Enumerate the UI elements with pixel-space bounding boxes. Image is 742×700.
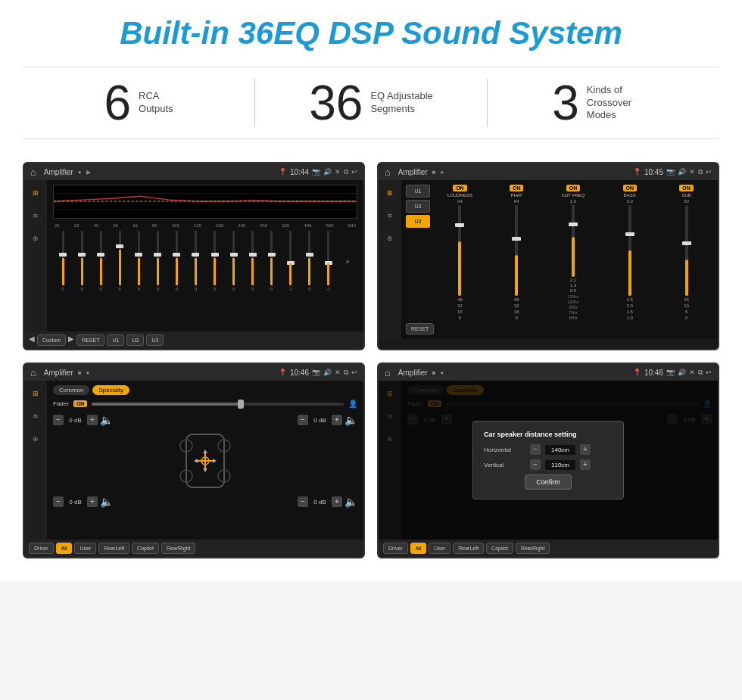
page-title: Built-in 36EQ DSP Sound System xyxy=(23,15,719,51)
dist-user-btn[interactable]: User xyxy=(429,543,450,554)
dist-rearleft-btn[interactable]: RearLeft xyxy=(453,543,484,554)
dialog-title: Car speaker distance setting xyxy=(484,431,613,438)
eq-slider-3[interactable]: 5 xyxy=(111,231,128,291)
eq-next-btn[interactable]: ▶ xyxy=(68,334,74,346)
crossover-reset-btn[interactable]: RESET xyxy=(406,323,434,334)
fader-all-btn[interactable]: All xyxy=(56,543,73,554)
tab-specialty[interactable]: Specialty xyxy=(92,385,129,395)
eq-slider-7[interactable]: 0 xyxy=(187,231,204,291)
plus-btn-tl[interactable]: + xyxy=(87,415,98,425)
eq-u1-btn[interactable]: U1 xyxy=(107,334,124,346)
fader-on-btn[interactable]: ON xyxy=(73,400,88,407)
home-icon[interactable]: ⌂ xyxy=(30,166,36,178)
sidebar-wave-icon-3[interactable]: ≋ xyxy=(29,409,42,423)
dist-copilot-btn[interactable]: Copilot xyxy=(486,543,513,554)
fader-copilot-btn[interactable]: Copilot xyxy=(132,543,159,554)
db-bl: 0 dB xyxy=(66,499,85,506)
close-icon-2[interactable]: ✕ xyxy=(689,168,695,176)
tab-common[interactable]: Common xyxy=(53,385,89,395)
close-icon-4[interactable]: ✕ xyxy=(689,369,695,376)
sidebar-wave-icon-2[interactable]: ≋ xyxy=(383,209,397,222)
dist-all-btn[interactable]: All xyxy=(410,543,427,554)
fader-profile-icon[interactable]: 👤 xyxy=(348,400,357,408)
bass-on[interactable]: ON xyxy=(623,185,638,191)
dialog-horizontal-minus[interactable]: − xyxy=(530,444,541,455)
home-icon-3[interactable]: ⌂ xyxy=(30,367,36,378)
eq-slider-1[interactable]: 0 xyxy=(73,231,90,291)
fader-user-btn[interactable]: User xyxy=(74,543,96,554)
phat-on[interactable]: ON xyxy=(510,185,524,191)
plus-btn-bl[interactable]: + xyxy=(87,496,98,507)
camera-icon-4: 📷 xyxy=(666,369,675,376)
sidebar-eq-icon-2[interactable]: ⊞ xyxy=(383,186,397,200)
amp-controls: U1 U2 U3 ON LOUDNESS 64 xyxy=(406,185,713,320)
window-icon-3[interactable]: ⧉ xyxy=(344,369,348,377)
eq-slider-0[interactable]: 0 xyxy=(55,231,71,291)
eq-slider-2[interactable]: 0 xyxy=(92,231,109,291)
eq-slider-10[interactable]: 0 xyxy=(245,231,261,291)
home-icon-2[interactable]: ⌂ xyxy=(385,166,391,178)
eq-u3-btn[interactable]: U3 xyxy=(146,334,164,346)
eq-slider-4[interactable]: 0 xyxy=(130,231,147,291)
dist-rearright-btn[interactable]: RearRight xyxy=(516,543,550,554)
distance-screen-bar: ⌂ Amplifier ■ ● 📍 10:46 📷 🔊 ✕ ⧉ ↩ xyxy=(379,364,718,381)
minus-btn-br[interactable]: − xyxy=(298,496,308,507)
dialog-vertical-minus[interactable]: − xyxy=(530,459,541,470)
minus-btn-tr[interactable]: − xyxy=(298,415,308,425)
preset-u1[interactable]: U1 xyxy=(406,185,430,198)
eq-reset-btn[interactable]: RESET xyxy=(76,334,104,346)
sidebar-speaker-icon-3[interactable]: ⊕ xyxy=(29,432,42,446)
window-icon[interactable]: ⧉ xyxy=(344,168,348,176)
back-icon[interactable]: ↩ xyxy=(351,168,357,176)
eq-slider-9[interactable]: 0 xyxy=(226,231,242,291)
eq-band-labels: 253240506380 100125160200250 32040050063… xyxy=(53,223,357,228)
sidebar-wave-icon[interactable]: ≋ xyxy=(29,209,42,222)
crossover-screen-bar: ⌂ Amplifier ■ ● 📍 10:45 📷 🔊 ✕ ⧉ ↩ xyxy=(379,163,718,180)
fader-rearright-btn[interactable]: RearRight xyxy=(161,543,196,554)
loudness-on[interactable]: ON xyxy=(453,185,467,191)
fader-slider[interactable] xyxy=(92,403,344,406)
back-icon-4[interactable]: ↩ xyxy=(706,369,712,376)
eq-slider-11[interactable]: 0 xyxy=(263,231,280,291)
eq-more-icon[interactable]: » xyxy=(339,231,356,291)
window-icon-2[interactable]: ⧉ xyxy=(698,168,703,176)
minus-btn-tl[interactable]: − xyxy=(53,415,64,425)
eq-prev-btn[interactable]: ◀ xyxy=(29,334,35,346)
sidebar-eq-icon[interactable]: ⊞ xyxy=(29,186,42,200)
sidebar-speaker-icon[interactable]: ⊕ xyxy=(29,232,42,245)
back-icon-3[interactable]: ↩ xyxy=(351,369,357,376)
stat-rca-label: RCAOutputs xyxy=(139,90,173,116)
preset-u3[interactable]: U3 xyxy=(406,215,430,228)
back-icon-2[interactable]: ↩ xyxy=(706,168,712,176)
cutfreq-on[interactable]: ON xyxy=(566,185,581,191)
crossover-time: 10:45 xyxy=(644,168,663,176)
preset-u2[interactable]: U2 xyxy=(406,200,430,213)
sidebar-eq-icon-3[interactable]: ⊞ xyxy=(29,387,42,400)
sidebar-speaker-icon-2[interactable]: ⊕ xyxy=(383,232,397,245)
eq-slider-8[interactable]: 0 xyxy=(207,231,223,291)
plus-btn-tr[interactable]: + xyxy=(332,415,342,425)
home-icon-4[interactable]: ⌂ xyxy=(385,367,391,378)
fader-driver-btn[interactable]: Driver xyxy=(29,543,54,554)
eq-slider-5[interactable]: 0 xyxy=(149,231,166,291)
eq-slider-13[interactable]: 0 xyxy=(301,231,318,291)
dialog-confirm-button[interactable]: Confirm xyxy=(525,474,572,490)
dialog-horizontal-plus[interactable]: + xyxy=(580,444,591,455)
eq-custom-btn[interactable]: Custom xyxy=(37,334,66,346)
stat-eq-number: 36 xyxy=(309,79,363,127)
eq-slider-12[interactable]: -1 xyxy=(282,231,299,291)
eq-slider-14[interactable]: -1 xyxy=(320,231,337,291)
sub-on[interactable]: ON xyxy=(679,185,694,191)
minus-btn-bl[interactable]: − xyxy=(53,496,64,507)
dist-driver-btn[interactable]: Driver xyxy=(383,543,408,554)
fader-rearleft-btn[interactable]: RearLeft xyxy=(98,543,129,554)
dialog-vertical-plus[interactable]: + xyxy=(580,459,591,470)
window-icon-4[interactable]: ⧉ xyxy=(698,369,703,377)
distance-dialog-overlay: Car speaker distance setting Horizontal … xyxy=(379,381,718,540)
close-icon[interactable]: ✕ xyxy=(335,168,341,176)
plus-btn-br[interactable]: + xyxy=(332,496,342,507)
eq-u2-btn[interactable]: U2 xyxy=(126,334,144,346)
distance-dialog: Car speaker distance setting Horizontal … xyxy=(472,421,624,499)
eq-slider-6[interactable]: 0 xyxy=(168,231,185,291)
close-icon-3[interactable]: ✕ xyxy=(335,369,341,376)
